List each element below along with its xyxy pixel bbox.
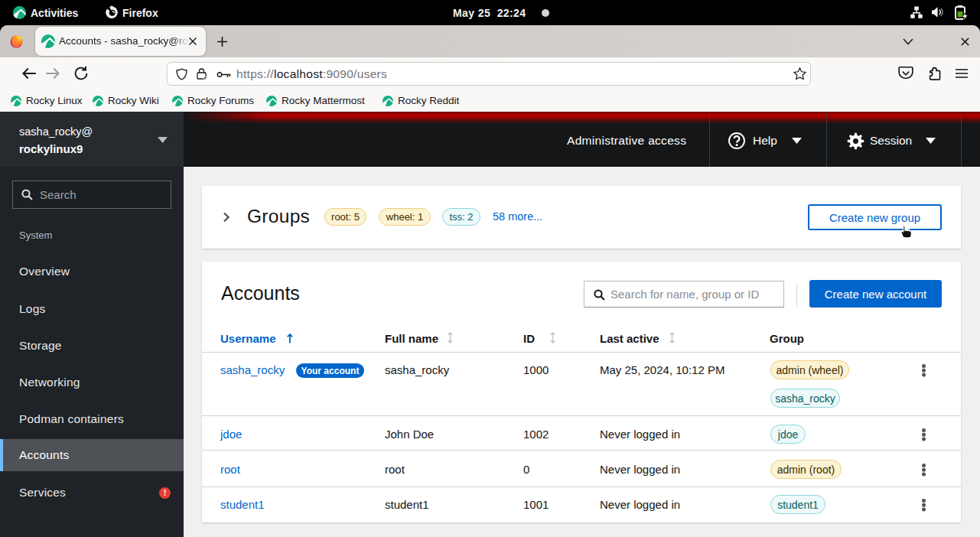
svg-text:!: ! — [204, 76, 205, 80]
